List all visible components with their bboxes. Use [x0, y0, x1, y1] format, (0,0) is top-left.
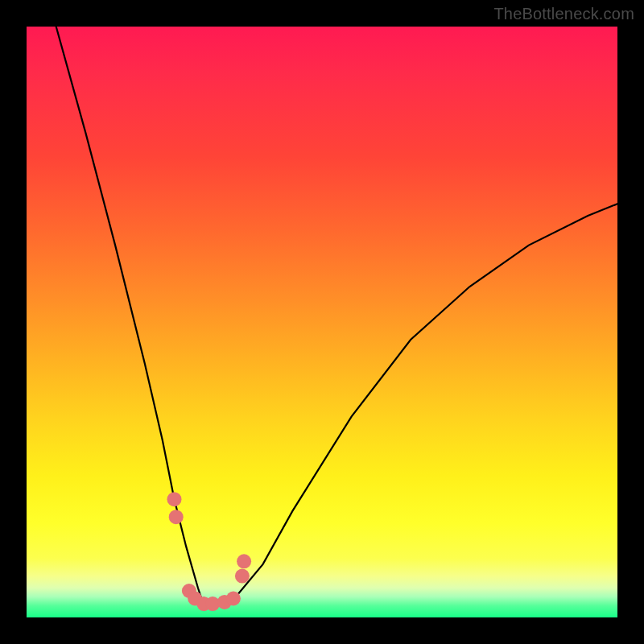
highlight-dot — [226, 592, 241, 606]
highlight-dot — [167, 492, 182, 506]
curve-svg — [27, 27, 617, 617]
plot-area — [27, 27, 617, 617]
chart-frame: TheBottleneck.com — [0, 0, 644, 644]
bottleneck-curve-path — [56, 27, 617, 605]
watermark-text: TheBottleneck.com — [493, 5, 634, 23]
highlight-dot — [237, 554, 251, 568]
highlight-dot — [169, 510, 184, 524]
highlight-dot — [235, 569, 250, 584]
